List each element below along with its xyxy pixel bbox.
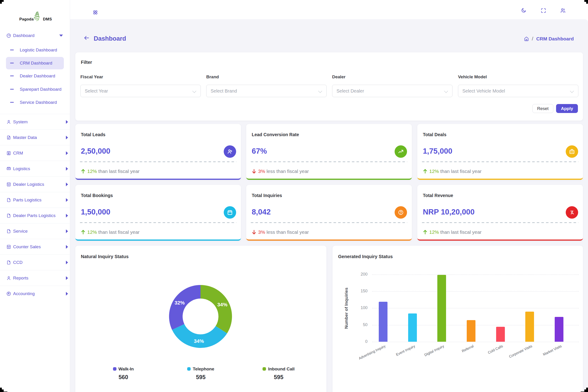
svg-text:34%: 34% [194, 338, 204, 344]
svg-text:34%: 34% [217, 302, 228, 308]
svg-text:32%: 32% [174, 300, 185, 306]
